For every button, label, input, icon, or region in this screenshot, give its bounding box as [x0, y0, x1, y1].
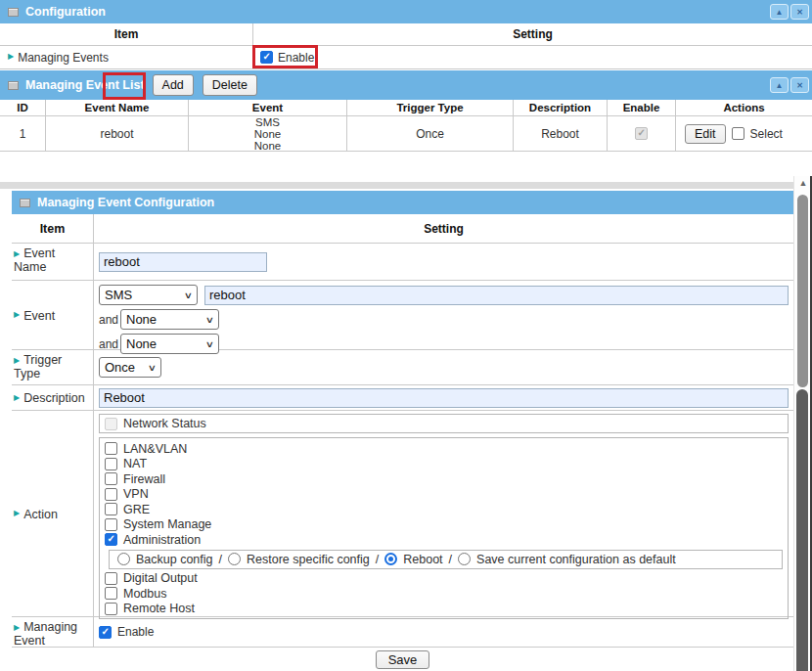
vertical-scrollbar[interactable]: ▲: [793, 176, 812, 671]
table-row: 1 reboot SMS None None Once Reboot ✓ Edi…: [0, 116, 812, 152]
row-event-name: reboot: [46, 116, 189, 151]
save-config-default-radio[interactable]: [458, 553, 471, 565]
close-icon: ✕: [796, 81, 803, 90]
event-and-select-1[interactable]: None ∨: [120, 309, 219, 330]
event-type-select[interactable]: SMS ∨: [99, 285, 198, 305]
separator: /: [376, 553, 379, 566]
event-name-row: ▶Event Name: [12, 244, 793, 281]
firewall-checkbox[interactable]: [105, 472, 117, 485]
check-icon: ✓: [108, 533, 115, 544]
collapse-button[interactable]: ▲: [770, 77, 789, 93]
description-row: ▶ Description: [12, 385, 793, 411]
panel-title: Configuration: [25, 5, 106, 19]
close-button[interactable]: ✕: [790, 77, 809, 93]
network-status-checkbox: [105, 418, 117, 430]
digital-output-checkbox[interactable]: [105, 572, 117, 585]
administration-checkbox[interactable]: ✓: [105, 533, 117, 546]
trigger-type-select[interactable]: Once ∨: [99, 357, 161, 378]
lan-vlan-checkbox[interactable]: [105, 442, 117, 455]
panel-icon: [8, 81, 19, 90]
bullet-icon: ▶: [14, 249, 20, 258]
delete-button[interactable]: Delete: [203, 74, 257, 96]
separator: /: [219, 553, 222, 566]
row-enable-checkbox: ✓: [635, 127, 648, 140]
column-header-item: Item: [0, 23, 253, 45]
gre-checkbox[interactable]: [105, 503, 117, 515]
collapse-icon: ▲: [776, 8, 784, 17]
panel-title: Managing Event List: [25, 78, 145, 92]
column-header-item: Item: [12, 214, 94, 243]
scrollbar-thumb[interactable]: [797, 195, 808, 387]
event-value-input[interactable]: [204, 286, 789, 305]
chevron-down-icon: ∨: [205, 339, 214, 349]
column-header-event: Event: [189, 100, 347, 115]
collapse-icon: ▲: [776, 81, 784, 90]
row-event-types: SMS None None: [254, 116, 282, 152]
column-header-description: Description: [514, 100, 608, 115]
nat-checkbox[interactable]: [105, 458, 117, 470]
panel-title: Managing Event Configuration: [37, 196, 214, 209]
event-row: ▶ Event SMS ∨ and None ∨ and: [12, 281, 793, 350]
add-button[interactable]: Add: [153, 74, 194, 96]
bullet-icon: ▶: [14, 393, 20, 402]
managing-event-list-header: Managing Event List Add Delete ▲ ✕: [0, 70, 812, 100]
remote-host-checkbox[interactable]: [105, 603, 117, 615]
network-status-label: Network Status: [123, 417, 206, 430]
enable-label: Enable: [278, 51, 314, 65]
edit-button[interactable]: Edit: [685, 124, 726, 144]
row-trigger-type: Once: [347, 116, 514, 151]
select-checkbox[interactable]: [732, 127, 744, 140]
column-header-event-name: Event Name: [46, 100, 189, 115]
managing-event-configuration-header: Managing Event Configuration: [12, 191, 793, 214]
managing-event-row: ▶Managing Event ✓ Enable: [12, 617, 793, 648]
column-header-setting: Setting: [253, 23, 812, 45]
restore-specific-config-radio[interactable]: [228, 553, 241, 565]
managing-event-configuration-panel: Managing Event Configuration Item Settin…: [12, 191, 793, 671]
and-label: and: [99, 337, 120, 351]
event-name-input[interactable]: [99, 252, 267, 272]
configuration-panel-header: Configuration ▲ ✕: [0, 0, 812, 23]
enable-label: Enable: [117, 625, 154, 639]
description-input[interactable]: [99, 388, 789, 408]
close-icon: ✕: [796, 8, 803, 17]
column-header-actions: Actions: [676, 100, 812, 115]
check-icon: ✓: [638, 127, 646, 138]
separator: /: [449, 553, 452, 566]
modbus-checkbox[interactable]: [105, 587, 117, 600]
close-button[interactable]: ✕: [790, 4, 809, 20]
managing-event-enable-checkbox[interactable]: ✓: [99, 626, 112, 639]
check-icon: ✓: [102, 626, 110, 637]
save-button[interactable]: Save: [376, 650, 430, 669]
reboot-radio[interactable]: [384, 553, 397, 565]
column-header-trigger-type: Trigger Type: [347, 100, 514, 115]
chevron-down-icon: ∨: [148, 363, 157, 373]
bullet-icon: ▶: [14, 509, 20, 517]
bullet-icon: ▶: [14, 623, 20, 632]
system-manage-checkbox[interactable]: [105, 518, 117, 531]
backup-config-radio[interactable]: [117, 553, 130, 565]
managing-event-list-panel: Managing Event List Add Delete ▲ ✕ ID Ev…: [0, 70, 812, 152]
row-description: Reboot: [514, 116, 608, 151]
select-label: Select: [750, 127, 783, 141]
vpn-checkbox[interactable]: [105, 488, 117, 501]
collapse-button[interactable]: ▲: [770, 4, 789, 20]
scrollbar-track[interactable]: [796, 389, 808, 671]
column-header-enable: Enable: [608, 100, 676, 115]
managing-events-label: Managing Events: [18, 51, 109, 65]
scroll-up-icon[interactable]: ▲: [797, 178, 809, 188]
action-row: ▶ Action Network Status LAN&VLAN NAT Fir…: [12, 411, 793, 617]
managing-events-enable-checkbox[interactable]: ✓: [260, 51, 273, 64]
row-id: 1: [0, 116, 46, 151]
managing-events-row: ▶ Managing Events ✓ Enable: [0, 46, 812, 69]
panel-icon: [8, 8, 19, 17]
panel-icon: [20, 199, 30, 207]
column-header-id: ID: [0, 100, 46, 115]
chevron-down-icon: ∨: [205, 315, 214, 325]
bullet-icon: ▶: [14, 356, 20, 365]
chevron-down-icon: ∨: [184, 291, 193, 300]
bullet-icon: ▶: [8, 52, 14, 61]
column-header-setting: Setting: [94, 214, 793, 243]
check-icon: ✓: [263, 51, 271, 62]
bullet-icon: ▶: [14, 310, 20, 319]
section-divider: [0, 182, 812, 189]
